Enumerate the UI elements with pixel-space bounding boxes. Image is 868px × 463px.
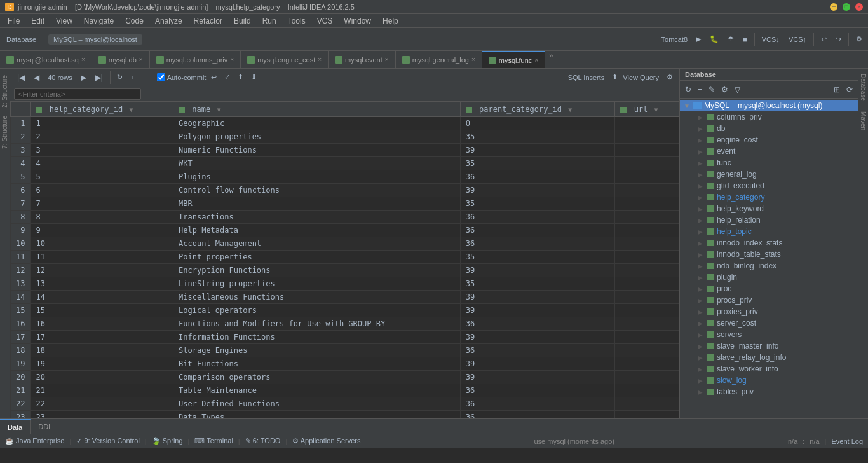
table-row[interactable]: 8 8 Transactions 36 — [11, 211, 679, 224]
tab-close-3[interactable]: × — [318, 56, 322, 63]
undo-button[interactable]: ↩ — [818, 33, 830, 45]
db-view-button[interactable]: ⊞ — [831, 84, 843, 95]
menu-run[interactable]: Run — [257, 15, 281, 27]
db-edit-button[interactable]: ✎ — [706, 84, 717, 95]
right-side-tab-maven[interactable]: Maven — [860, 106, 867, 135]
db-sync-button[interactable]: ⟳ — [844, 84, 855, 95]
tree-item-innodb_index_stats[interactable]: ▶ innodb_index_stats — [680, 237, 858, 249]
db-filter-button[interactable]: ▽ — [732, 84, 743, 95]
tab-event[interactable]: mysql.event × — [329, 51, 396, 68]
mysql-connection-label[interactable]: MySQL – mysql@localhost — [48, 34, 142, 45]
tree-root[interactable]: ▼ MySQL – mysql@localhost (mysql) — [680, 100, 858, 111]
tree-item-innodb_table_stats[interactable]: ▶ innodb_table_stats — [680, 249, 858, 260]
tree-item-slave_worker_info[interactable]: ▶ slave_worker_info — [680, 363, 858, 375]
tree-item-proxies_priv[interactable]: ▶ proxies_priv — [680, 306, 858, 317]
redo-button[interactable]: ↪ — [832, 33, 844, 45]
add-row-button[interactable]: + — [128, 73, 137, 83]
table-row[interactable]: 20 20 Comparison operators 39 — [11, 371, 679, 384]
tree-item-engine_cost[interactable]: ▶ engine_cost — [680, 134, 858, 146]
tab-mysql-db[interactable]: mysql.db × — [92, 51, 150, 68]
table-row[interactable]: 6 6 Control flow functions 39 — [11, 184, 679, 197]
tab-columns-priv[interactable]: mysql.columns_priv × — [150, 51, 241, 68]
table-row[interactable]: 2 2 Polygon properties 35 — [11, 130, 679, 144]
tree-item-help_relation[interactable]: ▶ help_relation — [680, 214, 858, 226]
menu-build[interactable]: Build — [229, 15, 256, 27]
side-tab-2-structure[interactable]: 2: Structure — [1, 71, 8, 112]
col-header-id[interactable]: help_category_id ▼ — [31, 102, 173, 117]
tab-func[interactable]: mysql.func × — [482, 51, 545, 68]
tab-close-0[interactable]: × — [81, 56, 85, 63]
maximize-button[interactable]: □ — [843, 3, 850, 11]
tree-item-plugin[interactable]: ▶ plugin — [680, 272, 858, 283]
table-row[interactable]: 22 22 User-Defined Functions 36 — [11, 397, 679, 411]
table-row[interactable]: 14 14 Miscellaneous Functions 39 — [11, 291, 679, 304]
tab-mysql-localhost[interactable]: mysql@localhost.sq × — [0, 51, 92, 68]
table-row[interactable]: 13 13 LineString properties 35 — [11, 277, 679, 291]
tree-item-help_topic[interactable]: ▶ help_topic — [680, 226, 858, 237]
tree-item-tables_priv[interactable]: ▶ tables_priv — [680, 386, 858, 397]
window-controls[interactable]: ─ □ × — [830, 3, 863, 11]
menu-code[interactable]: Code — [120, 15, 149, 27]
table-row[interactable]: 21 21 Table Maintenance 36 — [11, 384, 679, 397]
tree-item-slow_log[interactable]: ▶ slow_log — [680, 375, 858, 386]
delete-row-button[interactable]: − — [139, 73, 148, 83]
col-header-name[interactable]: name ▼ — [173, 102, 461, 117]
refresh-button[interactable]: ↻ — [114, 72, 125, 83]
table-row[interactable]: 4 4 WKT 35 — [11, 157, 679, 170]
tree-item-slave_relay_log_info[interactable]: ▶ slave_relay_log_info — [680, 352, 858, 363]
tab-close-2[interactable]: × — [230, 56, 234, 63]
tab-more[interactable]: » — [545, 51, 868, 68]
close-button[interactable]: × — [855, 3, 863, 11]
table-row[interactable]: 12 12 Encryption Functions 39 — [11, 264, 679, 277]
terminal-tab[interactable]: ⌨ Terminal — [194, 437, 233, 445]
first-row-button[interactable]: |◀ — [14, 72, 28, 83]
tree-item-general_log[interactable]: ▶ general_log — [680, 169, 858, 180]
table-row[interactable]: 18 18 Storage Engines 36 — [11, 344, 679, 357]
data-table-container[interactable]: help_category_id ▼ name ▼ parent_categor… — [10, 102, 679, 418]
tree-item-help_keyword[interactable]: ▶ help_keyword — [680, 203, 858, 214]
tab-engine-cost[interactable]: mysql.engine_cost × — [241, 51, 329, 68]
col-header-url[interactable]: url ▼ — [615, 102, 679, 117]
last-row-button[interactable]: ▶| — [92, 72, 106, 83]
right-side-tab-database[interactable]: Database — [860, 69, 867, 106]
tab-close-4[interactable]: × — [385, 56, 389, 63]
commit-button[interactable]: ✓ — [222, 72, 233, 83]
table-row[interactable]: 5 5 Plugins 36 — [11, 170, 679, 184]
menu-analyze[interactable]: Analyze — [150, 15, 187, 27]
spring-tab[interactable]: 🍃 Spring — [152, 437, 183, 445]
debug-button[interactable]: 🐛 — [707, 33, 722, 45]
menu-navigate[interactable]: Navigate — [79, 15, 119, 27]
export-button[interactable]: ⬆ — [235, 72, 246, 83]
menu-vcs[interactable]: VCS — [312, 15, 338, 27]
bottom-tab-ddl[interactable]: DDL — [31, 419, 60, 434]
table-row[interactable]: 16 16 Functions and Modifiers for Use wi… — [11, 317, 679, 331]
table-row[interactable]: 10 10 Account Management 36 — [11, 237, 679, 251]
rollback-button[interactable]: ↩ — [208, 72, 219, 83]
tree-item-server_cost[interactable]: ▶ server_cost — [680, 317, 858, 329]
bottom-tab-data[interactable]: Data — [0, 419, 31, 434]
settings-button[interactable]: ⚙ — [853, 33, 865, 45]
table-row[interactable]: 7 7 MBR 35 — [11, 197, 679, 211]
todo-tab[interactable]: ✎ 6: TODO — [245, 437, 281, 445]
vcs-update-button[interactable]: VCS↓ — [759, 34, 783, 45]
java-enterprise-tab[interactable]: ☕ Java Enterprise — [5, 437, 64, 445]
menu-tools[interactable]: Tools — [283, 15, 311, 27]
tree-item-help_category[interactable]: ▶ help_category — [680, 191, 858, 203]
table-row[interactable]: 15 15 Logical operators 39 — [11, 304, 679, 317]
tree-item-ndb_binlog_index[interactable]: ▶ ndb_binlog_index — [680, 260, 858, 272]
menu-window[interactable]: Window — [339, 15, 376, 27]
tree-item-gtid_executed[interactable]: ▶ gtid_executed — [680, 180, 858, 191]
coverage-button[interactable]: ☂ — [724, 33, 737, 45]
table-row[interactable]: 3 3 Numeric Functions 39 — [11, 144, 679, 157]
tree-item-db[interactable]: ▶ db — [680, 123, 858, 134]
menu-file[interactable]: File — [3, 15, 25, 27]
tree-item-columns_priv[interactable]: ▶ columns_priv — [680, 111, 858, 123]
event-log-label[interactable]: Event Log — [831, 438, 863, 445]
table-row[interactable]: 23 23 Data Types 36 — [11, 411, 679, 419]
table-row[interactable]: 19 19 Bit Functions 39 — [11, 357, 679, 371]
menu-edit[interactable]: Edit — [26, 15, 50, 27]
tree-item-procs_priv[interactable]: ▶ procs_priv — [680, 294, 858, 306]
minimize-button[interactable]: ─ — [830, 3, 837, 11]
sql-inserts-button[interactable]: ⬆ — [609, 72, 620, 83]
col-header-parent[interactable]: parent_category_id ▼ — [460, 102, 615, 117]
